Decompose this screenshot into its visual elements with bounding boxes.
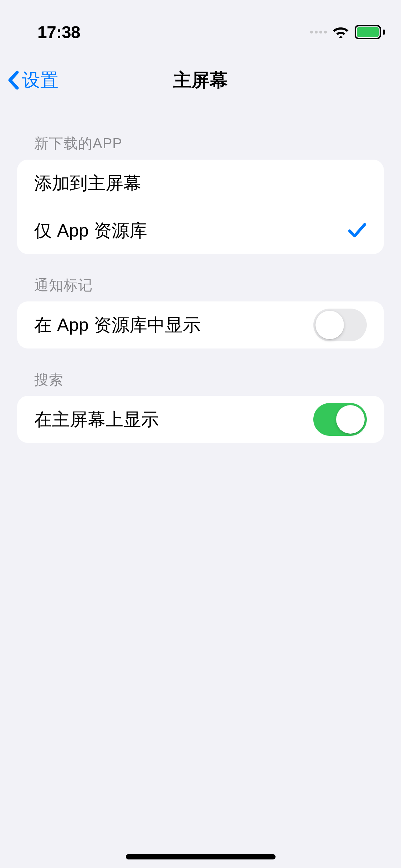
- toggle-show-in-app-library[interactable]: [313, 309, 367, 341]
- section-header-notification-badges: 通知标记: [0, 254, 401, 301]
- status-time: 17:38: [37, 22, 80, 42]
- back-label: 设置: [22, 68, 58, 93]
- status-bar: 17:38: [0, 0, 401, 50]
- navigation-bar: 设置 主屏幕: [0, 57, 401, 103]
- row-show-in-app-library: 在 App 资源库中显示: [17, 301, 384, 348]
- checkmark-icon: [348, 222, 367, 239]
- home-indicator[interactable]: [126, 854, 276, 859]
- back-button[interactable]: 设置: [7, 68, 58, 93]
- toggle-show-on-home-screen[interactable]: [313, 403, 367, 436]
- status-indicators: [310, 25, 383, 39]
- cellular-dots-icon: [310, 31, 327, 33]
- option-label: 添加到主屏幕: [34, 171, 141, 195]
- toggle-label: 在主屏幕上显示: [34, 408, 159, 432]
- group-notification-badges: 在 App 资源库中显示: [17, 301, 384, 348]
- option-label: 仅 App 资源库: [34, 219, 147, 243]
- group-newly-downloaded: 添加到主屏幕 仅 App 资源库: [17, 160, 384, 254]
- battery-icon: [355, 25, 383, 39]
- toggle-label: 在 App 资源库中显示: [34, 313, 201, 337]
- section-header-newly-downloaded: 新下载的APP: [0, 110, 401, 160]
- page-title: 主屏幕: [0, 68, 401, 93]
- content: 新下载的APP 添加到主屏幕 仅 App 资源库 通知标记 在 App 资源库中…: [0, 110, 401, 443]
- chevron-left-icon: [7, 69, 20, 91]
- option-app-library-only[interactable]: 仅 App 资源库: [17, 207, 384, 254]
- wifi-icon: [332, 25, 350, 39]
- option-add-to-home-screen[interactable]: 添加到主屏幕: [17, 160, 384, 207]
- row-show-on-home-screen: 在主屏幕上显示: [17, 396, 384, 443]
- group-search: 在主屏幕上显示: [17, 396, 384, 443]
- section-header-search: 搜索: [0, 348, 401, 396]
